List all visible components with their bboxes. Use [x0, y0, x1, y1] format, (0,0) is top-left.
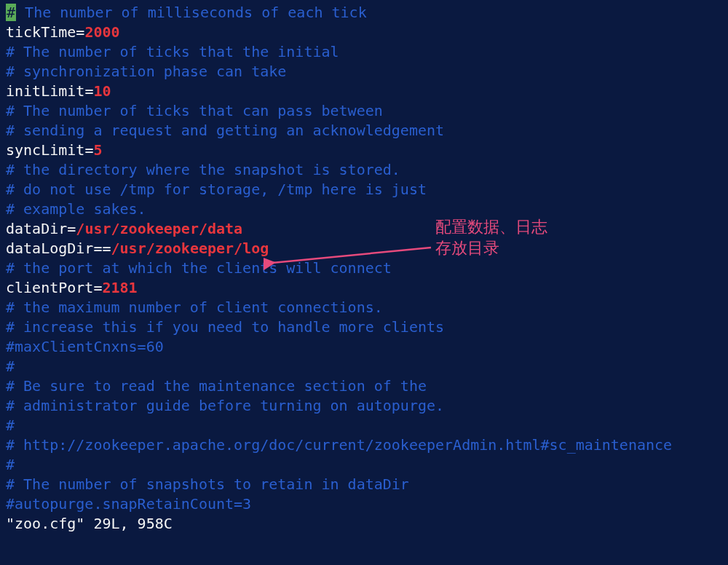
config-line-17: # increase this if you need to handle mo… [6, 317, 722, 337]
config-path: /usr/zookeeper/data [76, 220, 242, 237]
equals: == [93, 240, 111, 257]
config-line-13: dataLogDir==/usr/zookeeper/log [6, 239, 722, 258]
equals: = [67, 220, 76, 237]
config-line-2: tickTime=2000 [6, 23, 722, 42]
config-line-9: # the directory where the snapshot is st… [6, 160, 722, 180]
equals: = [93, 279, 102, 296]
config-line-15: clientPort=2181 [6, 278, 722, 298]
config-value: 10 [93, 82, 111, 100]
config-line-26: #autopurge.snapRetainCount=3 [6, 494, 722, 514]
annotation-label: 配置数据、日志 存放目录 [435, 217, 547, 258]
config-key: tickTime [6, 23, 76, 41]
config-line-22: # [6, 416, 722, 435]
config-line-4: # synchronization phase can take [6, 62, 722, 82]
equals: = [76, 23, 84, 41]
config-line-21: # administrator guide before turning on … [6, 396, 722, 416]
config-line-20: # Be sure to read the maintenance sectio… [6, 376, 722, 396]
cursor: # [6, 4, 16, 21]
config-line-6: # The number of ticks that can pass betw… [6, 101, 722, 121]
config-line-25: # The number of snapshots to retain in d… [6, 475, 722, 494]
config-line-23: # http://zookeeper.apache.org/doc/curren… [6, 435, 722, 455]
config-key: dataLogDir [6, 240, 93, 257]
config-line-7: # sending a request and getting an ackno… [6, 121, 722, 141]
annotation-line-2: 存放目录 [435, 238, 547, 259]
config-line-11: # example sakes. [6, 199, 722, 219]
vim-status-line: "zoo.cfg" 29L, 958C [6, 514, 722, 534]
config-key: syncLimit [6, 141, 84, 159]
config-line-14: # the port at which the clients will con… [6, 258, 722, 278]
config-line-18: #maxClientCnxns=60 [6, 337, 722, 357]
config-line-24: # [6, 455, 722, 475]
config-line-12: dataDir=/usr/zookeeper/data [6, 219, 722, 239]
config-line-8: syncLimit=5 [6, 141, 722, 160]
config-key: initLimit [6, 82, 84, 100]
comment-text: The number of milliseconds of each tick [16, 4, 367, 21]
config-key: clientPort [6, 279, 93, 296]
config-value: 5 [93, 141, 102, 159]
annotation-line-1: 配置数据、日志 [435, 217, 547, 238]
equals: = [84, 82, 93, 100]
config-value: 2000 [84, 23, 119, 41]
config-line-1: # The number of milliseconds of each tic… [6, 3, 722, 23]
config-line-3: # The number of ticks that the initial [6, 42, 722, 62]
config-key: dataDir [6, 220, 67, 237]
config-line-19: # [6, 357, 722, 376]
config-value: 2181 [102, 279, 137, 296]
config-path: /usr/zookeeper/log [111, 240, 269, 257]
config-line-5: initLimit=10 [6, 82, 722, 101]
equals: = [84, 141, 93, 159]
config-line-10: # do not use /tmp for storage, /tmp here… [6, 180, 722, 199]
config-line-16: # the maximum number of client connectio… [6, 298, 722, 317]
